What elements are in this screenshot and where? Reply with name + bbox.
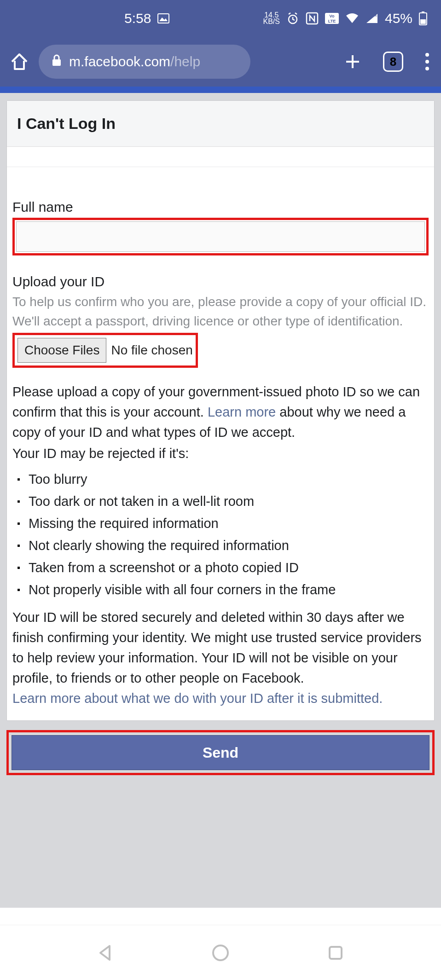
list-item: Too dark or not taken in a well-lit room [12, 490, 429, 512]
chrome-toolbar: m.facebook.com/help 8 [0, 37, 441, 87]
highlight-fullname [12, 218, 429, 255]
list-item: Too blurry [12, 468, 429, 490]
storage-text: Your ID will be stored securely and dele… [12, 607, 429, 688]
svg-text:x: x [375, 13, 377, 17]
lock-icon [52, 54, 62, 70]
highlight-send: Send [6, 730, 435, 775]
svg-rect-12 [330, 947, 342, 959]
svg-point-11 [213, 945, 228, 960]
gallery-icon [157, 13, 169, 23]
battery-icon [419, 12, 427, 25]
back-icon[interactable] [96, 943, 115, 963]
list-item: Missing the required information [12, 512, 429, 534]
fb-header-bar [0, 87, 441, 93]
learn-more-storage-link[interactable]: Learn more about what we do with your ID… [12, 688, 429, 708]
svg-rect-0 [158, 14, 169, 23]
battery-percent: 45% [385, 11, 412, 26]
new-tab-icon[interactable] [344, 53, 361, 70]
svg-text:LTE: LTE [328, 19, 336, 23]
upload-label: Upload your ID [12, 274, 429, 290]
full-name-input[interactable] [16, 221, 425, 252]
home-nav-icon[interactable] [211, 943, 230, 963]
alarm-icon [286, 12, 299, 25]
overflow-menu-icon[interactable] [425, 53, 429, 70]
learn-more-link[interactable]: Learn more [208, 405, 276, 419]
nfc-icon [306, 12, 319, 25]
help-form-card: I Can't Log In Full name Upload your ID … [6, 100, 435, 721]
choose-files-button[interactable]: Choose Files [17, 338, 106, 363]
full-name-label: Full name [12, 199, 429, 215]
sub-header-bar [7, 147, 434, 167]
highlight-file: Choose Files No file chosen [12, 333, 198, 368]
tabs-button[interactable]: 8 [383, 52, 403, 72]
svg-text:Vo: Vo [330, 14, 335, 18]
no-file-label: No file chosen [111, 343, 192, 358]
home-icon[interactable] [9, 52, 29, 72]
address-bar[interactable]: m.facebook.com/help [39, 45, 250, 79]
volte-icon: VoLTE [325, 13, 339, 24]
status-time: 5:58 [124, 11, 151, 26]
list-item: Taken from a screenshot or a photo copie… [12, 557, 429, 579]
description-text: Please upload a copy of your government-… [12, 382, 429, 442]
page-title: I Can't Log In [7, 101, 434, 147]
reject-list: Too blurry Too dark or not taken in a we… [12, 468, 429, 601]
android-status-bar: 5:58 14.5KB/S VoLTE x 45% [0, 0, 441, 37]
list-item: Not properly visible with all four corne… [12, 579, 429, 601]
wifi-icon [345, 13, 359, 24]
android-nav-bar [0, 925, 441, 980]
upload-help-text: To help us confirm who you are, please p… [12, 292, 429, 331]
svg-rect-9 [420, 19, 426, 24]
list-item: Not clearly showing the required informa… [12, 534, 429, 557]
url-text: m.facebook.com/help [69, 54, 200, 70]
network-speed: 14.5KB/S [263, 12, 279, 25]
page-background: I Can't Log In Full name Upload your ID … [0, 93, 441, 908]
signal-icon: x [366, 13, 378, 24]
svg-rect-10 [52, 59, 61, 66]
recent-apps-icon[interactable] [326, 943, 345, 963]
reject-intro: Your ID may be rejected if it's: [12, 443, 429, 464]
send-button[interactable]: Send [12, 735, 429, 770]
